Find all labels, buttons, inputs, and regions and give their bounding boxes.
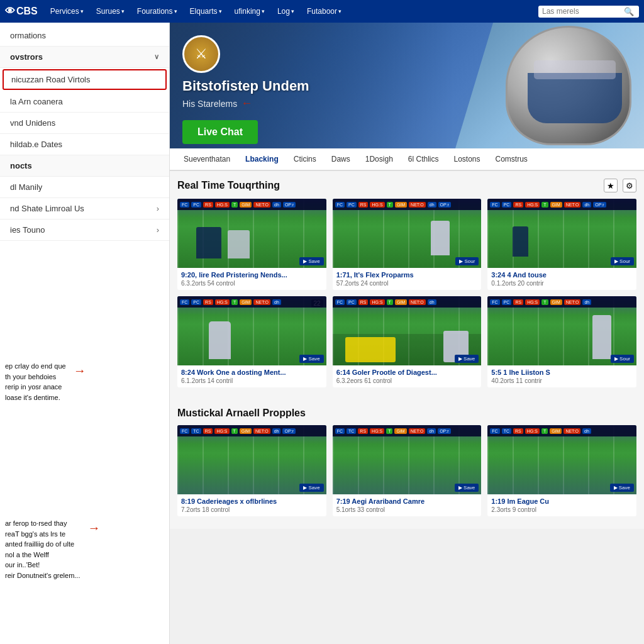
- toolbar-hgs: HG:S: [525, 299, 540, 305]
- hero-title: Bitstofistep Undem: [182, 78, 309, 94]
- toolbar-opr: OP:r: [438, 202, 451, 208]
- sidebar-item-nicuzzan[interactable]: nicuzzan Road Virtols: [3, 69, 167, 90]
- nav-log[interactable]: Log ▾: [272, 4, 299, 18]
- sub-nav-6l-cthlics[interactable]: 6l Cthlics: [401, 148, 447, 171]
- nav-pervices[interactable]: Pervices ▾: [45, 4, 89, 18]
- video-save-btn[interactable]: ▶ Save: [610, 484, 634, 492]
- video-save-btn[interactable]: ▶ Sour: [611, 355, 634, 363]
- settings-icon[interactable]: ⚙: [623, 179, 636, 192]
- sidebar-item-ormations[interactable]: ormations: [0, 25, 169, 47]
- video-meta-6: 7.2orts 18 control: [181, 506, 323, 513]
- video-title-3: 8:24 Work One a dosting Ment...: [181, 369, 323, 376]
- toolbar-opr: OP:r: [282, 428, 295, 434]
- sidebar-item-ovstrors[interactable]: ovstrors ∨: [0, 47, 169, 68]
- video-meta-3: 6.1.2orts 14 contril: [181, 377, 323, 384]
- toolbar-dh: dh: [272, 428, 281, 434]
- nav-futaboor[interactable]: Futaboor ▾: [302, 4, 347, 18]
- toolbar-hgs: HG:S: [370, 299, 384, 305]
- sidebar-item-dl-manily[interactable]: dl Manily: [0, 177, 169, 198]
- sub-nav-1dosigh[interactable]: 1Dosigh: [358, 148, 401, 171]
- video-card-7[interactable]: FC TC RS HG:S T GIM NET:O dh OP:r ▶ Save: [333, 425, 482, 516]
- section-title-mustickal: Mustickal Arnaell Propples: [177, 408, 306, 419]
- nav-fourations[interactable]: Fourations ▾: [132, 4, 182, 18]
- sidebar-item-vnd-unidens[interactable]: vnd Unidens: [0, 113, 169, 134]
- video-save-btn[interactable]: ▶ Save: [455, 484, 479, 492]
- toolbar-rs: RS: [203, 428, 213, 434]
- toolbar-fc: FC: [490, 202, 499, 208]
- toolbar-tc: TC: [347, 428, 356, 434]
- nav-surues[interactable]: Surues ▾: [91, 4, 130, 18]
- video-card-5[interactable]: FC PC RS HG:S T GIM NET:O dh ▶ Sour 5:5 …: [487, 296, 636, 387]
- eye-icon: 👁: [5, 6, 15, 17]
- video-save-btn[interactable]: ▶ Save: [299, 484, 323, 492]
- sidebar-item-nocts[interactable]: nocts: [0, 155, 169, 177]
- video-meta-5: 40.2orts 11 contrir: [491, 377, 633, 384]
- video-save-btn[interactable]: ▶ Save: [455, 355, 479, 363]
- video-card-6[interactable]: FC TC RS HG:S T GIM NET:O dh OP:r ▶ Save: [177, 425, 326, 516]
- sub-nav-lbacking[interactable]: Lbacking: [238, 148, 286, 171]
- cbs-logo: 👁 CBS: [5, 6, 38, 17]
- toolbar-fc: FC: [180, 428, 189, 434]
- toolbar-rs: RS: [358, 299, 369, 305]
- toolbar-gim: GIM: [395, 202, 407, 208]
- sub-nav-cticins[interactable]: Cticins: [286, 148, 324, 171]
- video-save-btn[interactable]: ▶ Save: [299, 257, 323, 265]
- sidebar-item-ies-touno[interactable]: ies Touno ›: [0, 219, 169, 241]
- toolbar-t: T: [386, 428, 392, 434]
- sidebar-item-la-arn[interactable]: la Arn coanera: [0, 91, 169, 113]
- video-meta-0: 6.3.2orts 54 control: [181, 280, 323, 287]
- toolbar-dh: dh: [272, 299, 281, 305]
- toolbar-fc: FC: [335, 202, 345, 208]
- video-card-3[interactable]: 22 FC PC RS HG:S T GIM NET:O dh ▶ Sav: [177, 296, 326, 387]
- video-save-btn[interactable]: ▶ Sour: [611, 257, 634, 265]
- toolbar-opr: OP:r: [283, 202, 296, 208]
- toolbar-rs: RS: [203, 299, 213, 305]
- toolbar-dh: dh: [272, 202, 281, 208]
- video-card-2[interactable]: FC PC RS HG:S T GIM NET:O dh OP:r ▶ Sour: [487, 199, 636, 290]
- toolbar-neto: NET:O: [564, 299, 581, 305]
- toolbar-neto: NET:O: [409, 202, 426, 208]
- toolbar-t: T: [231, 299, 238, 305]
- toolbar-t: T: [541, 299, 548, 305]
- toolbar-fc: FC: [335, 299, 345, 305]
- section-title-real-time: Real Time Touqrthing: [177, 180, 280, 191]
- search-input[interactable]: [542, 7, 624, 16]
- toolbar-gim: GIM: [240, 202, 252, 208]
- toolbar-gim: GIM: [240, 428, 252, 434]
- toolbar-gim: GIM: [395, 299, 407, 305]
- video-card-8[interactable]: FC TC RS HG:S T GIM NET:O dh ▶ Save 1:19…: [487, 425, 636, 516]
- nav-ufinking[interactable]: ufinking ▾: [230, 4, 270, 18]
- video-save-btn[interactable]: ▶ Sour: [455, 257, 479, 265]
- video-card-4[interactable]: FC PC RS HG:S T GIM NET:O dh ▶ Save 6:14…: [333, 296, 482, 387]
- sub-nav-lostons[interactable]: Lostons: [447, 148, 488, 171]
- live-chat-button[interactable]: Live Chat: [182, 120, 258, 144]
- chevron-down-icon: ▾: [174, 8, 177, 14]
- arrow-right-icon: ›: [157, 225, 159, 235]
- red-arrow-icon: ←: [241, 97, 252, 110]
- section-action-icons: ★ ⚙: [604, 179, 636, 192]
- video-card-0[interactable]: FC PC RS HG:S T GIM NET:O dh OP:r ▶ Save: [177, 199, 326, 290]
- toolbar-pc: PC: [191, 202, 201, 208]
- toolbar-pc: PC: [347, 299, 357, 305]
- sub-nav-sueventhatan[interactable]: Sueventhatan: [176, 148, 238, 171]
- toolbar-opr: OP:r: [593, 202, 606, 208]
- video-title-0: 9:20, lire Red Pristering Nends...: [181, 271, 323, 279]
- top-nav: 👁 CBS Pervices ▾ Surues ▾ Fourations ▾ E…: [0, 0, 644, 23]
- toolbar-hgs: HG:S: [214, 428, 229, 434]
- sidebar-item-hildabe-dates[interactable]: hildab.e Dates: [0, 134, 169, 155]
- sub-nav-comstrus[interactable]: Comstrus: [488, 148, 535, 171]
- hero-section: ⚔ Bitstofistep Undem His Starelems ← Liv…: [170, 23, 644, 148]
- search-icon[interactable]: 🔍: [624, 7, 634, 16]
- nav-elquarts[interactable]: Elquarts ▾: [185, 4, 227, 18]
- video-title-8: 1:19 Im Eague Cu: [491, 497, 633, 505]
- toolbar-gim: GIM: [550, 299, 562, 305]
- sub-navigation: Sueventhatan Lbacking Cticins Daws 1Dosi…: [170, 148, 644, 171]
- toolbar-neto: NET:O: [253, 202, 270, 208]
- toolbar-pc: PC: [502, 299, 512, 305]
- video-save-btn[interactable]: ▶ Save: [299, 355, 323, 363]
- star-icon[interactable]: ★: [604, 179, 618, 192]
- sub-nav-daws[interactable]: Daws: [324, 148, 358, 171]
- video-card-1[interactable]: FC PC RS HG:S T GIM NET:O dh OP:r ▶ Sour: [333, 199, 482, 290]
- toolbar-rs: RS: [513, 299, 523, 305]
- sidebar-item-nd-shate[interactable]: nd Shate Limroal Us ›: [0, 198, 169, 219]
